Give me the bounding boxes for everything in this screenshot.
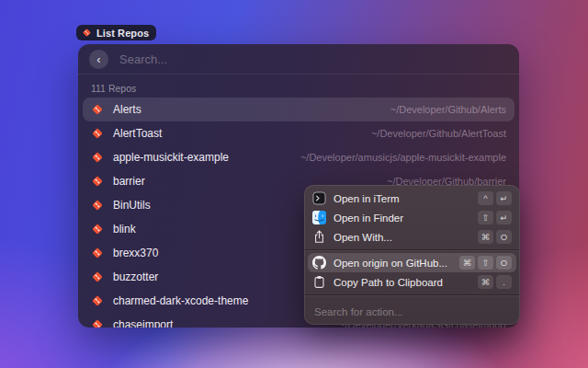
keycap: ⌘ xyxy=(478,230,493,244)
repo-name: barrier xyxy=(113,175,145,188)
repo-name: Alerts xyxy=(113,103,141,116)
menu-item[interactable]: Open origin on GitHub... ⌘⇧O xyxy=(308,253,516,272)
keyboard-shortcut: ⌘. xyxy=(478,275,512,289)
repo-name: apple-musickit-example xyxy=(113,151,229,164)
action-menu: Open in iTerm ^↵ Open in Finder ⇧↵ Open … xyxy=(304,185,520,325)
keycap: ⇧ xyxy=(478,211,493,224)
menu-item[interactable]: Open in Finder ⇧↵ xyxy=(308,208,516,227)
repo-path: ~/Developer/Github/AlertToast xyxy=(371,128,506,139)
iterm-icon xyxy=(312,191,326,205)
share-icon xyxy=(312,230,326,244)
keycap: ↵ xyxy=(496,191,512,205)
menu-item-label: Open With... xyxy=(334,232,392,243)
search-bar: ‹ xyxy=(78,44,519,75)
keyboard-shortcut: ⇧↵ xyxy=(478,211,512,224)
action-search-input[interactable] xyxy=(312,305,515,318)
keyboard-shortcut: ⌘O xyxy=(478,230,512,244)
repo-name: charmed-dark-xcode-theme xyxy=(113,294,248,307)
action-search-row xyxy=(308,298,516,323)
keyboard-shortcut: ^↵ xyxy=(478,191,512,205)
menu-item-label: Copy Path to Clipboard xyxy=(334,277,443,288)
desktop-background: { "badge": { "label": "List Repos", "ico… xyxy=(0,0,588,368)
action-menu-groups: Open in iTerm ^↵ Open in Finder ⇧↵ Open … xyxy=(308,189,516,292)
section-header: 111 Repos xyxy=(91,83,506,94)
keycap: . xyxy=(496,275,512,289)
git-repo-icon xyxy=(91,103,104,116)
chevron-left-icon: ‹ xyxy=(96,53,100,65)
git-repo-icon xyxy=(91,223,104,236)
repo-path: ~/Developer/Github/Alerts xyxy=(390,104,506,115)
menu-item-label: Open in iTerm xyxy=(334,193,400,204)
git-repo-icon xyxy=(91,294,104,307)
badge-label: List Repos xyxy=(96,28,149,39)
menu-separator xyxy=(304,294,520,295)
keycap: ⌘ xyxy=(478,275,493,289)
breadcrumb-chip-list-repos[interactable]: List Repos xyxy=(76,25,156,40)
menu-item-label: Open in Finder xyxy=(334,213,403,224)
repo-row[interactable]: Alerts ~/Developer/Github/Alerts xyxy=(83,98,514,121)
repo-name: brexx370 xyxy=(113,247,158,259)
search-input[interactable] xyxy=(118,52,508,67)
repo-name: blink xyxy=(113,223,136,236)
back-button[interactable]: ‹ xyxy=(89,50,108,69)
repo-name: chaseimport xyxy=(113,318,173,328)
menu-item[interactable]: Open With... ⌘O xyxy=(308,227,516,247)
clipboard-icon xyxy=(312,275,326,289)
finder-icon xyxy=(312,211,326,224)
repo-name: buzzotter xyxy=(113,270,158,283)
menu-item-label: Open origin on GitHub... xyxy=(334,258,447,269)
menu-item[interactable]: Copy Path to Clipboard ⌘. xyxy=(308,272,516,292)
github-icon xyxy=(312,256,326,270)
git-repo-icon xyxy=(82,25,92,41)
keycap: ⇧ xyxy=(478,256,493,270)
git-repo-icon xyxy=(91,318,104,328)
repo-row[interactable]: apple-musickit-example ~/Developer/amusi… xyxy=(83,145,514,169)
keycap: ^ xyxy=(478,191,493,205)
git-repo-icon xyxy=(91,199,104,212)
repo-name: AlertToast xyxy=(113,127,162,140)
git-repo-icon xyxy=(91,151,104,164)
repo-name: BinUtils xyxy=(113,199,151,212)
menu-separator xyxy=(304,249,520,250)
repo-path: ~/Developer/amusicjs/apple-musickit-exam… xyxy=(300,152,506,163)
keycap: O xyxy=(496,256,512,270)
keyboard-shortcut: ⌘⇧O xyxy=(459,256,512,270)
menu-item[interactable]: Open in iTerm ^↵ xyxy=(308,189,516,208)
keycap: O xyxy=(496,230,512,244)
git-repo-icon xyxy=(91,127,104,140)
git-repo-icon xyxy=(91,247,104,259)
git-repo-icon xyxy=(91,175,104,188)
git-repo-icon xyxy=(91,270,104,283)
keycap: ↵ xyxy=(496,211,512,224)
repo-row[interactable]: AlertToast ~/Developer/Github/AlertToast xyxy=(83,121,514,145)
keycap: ⌘ xyxy=(459,256,475,270)
